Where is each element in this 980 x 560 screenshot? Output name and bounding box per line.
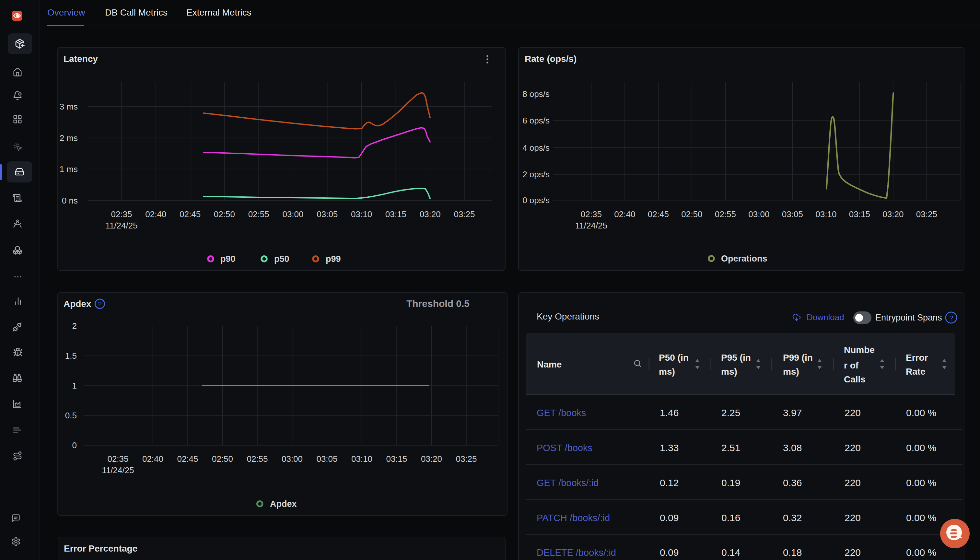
svg-text:02:40: 02:40 (142, 454, 163, 464)
svg-text:2: 2 (72, 321, 77, 331)
svg-text:r of: r of (844, 360, 859, 370)
svg-text:03:15: 03:15 (386, 454, 407, 464)
svg-text:0.18: 0.18 (783, 547, 802, 558)
svg-text:0.14: 0.14 (722, 547, 740, 558)
svg-text:1.33: 1.33 (660, 442, 678, 453)
svg-text:Rate (ops/s): Rate (ops/s) (525, 54, 577, 64)
svg-text:02:35: 02:35 (111, 209, 132, 219)
svg-text:03:20: 03:20 (882, 209, 903, 219)
svg-text:1.46: 1.46 (660, 407, 678, 418)
svg-text:1 ms: 1 ms (60, 164, 78, 174)
svg-text:220: 220 (845, 442, 861, 453)
svg-text:2.25: 2.25 (722, 407, 740, 418)
svg-text:03:25: 03:25 (916, 209, 937, 219)
svg-text:0.00 %: 0.00 % (906, 442, 936, 453)
svg-text:03:05: 03:05 (782, 209, 803, 219)
svg-text:03:10: 03:10 (351, 454, 372, 464)
svg-text:03:20: 03:20 (421, 454, 442, 464)
svg-text:0.09: 0.09 (660, 547, 678, 558)
svg-text:03:05: 03:05 (316, 454, 337, 464)
svg-text:03:15: 03:15 (849, 209, 870, 219)
svg-text:3.97: 3.97 (783, 407, 802, 418)
svg-text:Calls: Calls (844, 374, 866, 384)
svg-text:03:05: 03:05 (317, 209, 338, 219)
svg-text:02:55: 02:55 (715, 209, 736, 219)
svg-text:03:25: 03:25 (456, 454, 477, 464)
svg-text:0 ns: 0 ns (62, 196, 78, 205)
svg-text:GET /books/:id: GET /books/:id (537, 478, 598, 488)
svg-text:220: 220 (845, 512, 861, 523)
svg-text:11/24/25: 11/24/25 (102, 465, 134, 475)
svg-text:Threshold 0.5: Threshold 0.5 (407, 298, 470, 309)
svg-text:?: ? (98, 300, 102, 308)
svg-text:0.19: 0.19 (722, 477, 740, 488)
svg-text:220: 220 (845, 477, 861, 488)
svg-text:2.51: 2.51 (722, 442, 740, 453)
svg-text:02:45: 02:45 (177, 454, 198, 464)
svg-text:03:25: 03:25 (454, 209, 475, 219)
svg-text:Apdex: Apdex (270, 499, 297, 509)
svg-text:02:45: 02:45 (180, 209, 201, 219)
svg-text:03:15: 03:15 (385, 209, 407, 219)
svg-text:0.32: 0.32 (783, 512, 802, 523)
svg-text:0: 0 (72, 440, 77, 450)
svg-text:P99 (in: P99 (in (783, 353, 813, 363)
svg-text:Error: Error (906, 353, 928, 363)
svg-text:03:00: 03:00 (282, 454, 303, 464)
svg-text:02:45: 02:45 (648, 209, 669, 219)
svg-text:02:50: 02:50 (212, 454, 233, 464)
svg-text:Operations: Operations (721, 254, 767, 263)
svg-text:p99: p99 (326, 254, 341, 264)
svg-text:p90: p90 (220, 254, 236, 264)
svg-text:1.5: 1.5 (65, 351, 77, 361)
svg-text:Download: Download (807, 312, 844, 322)
svg-text:0.12: 0.12 (660, 477, 678, 488)
svg-text:11/24/25: 11/24/25 (575, 221, 607, 230)
svg-text:03:00: 03:00 (748, 209, 769, 219)
svg-text:02:50: 02:50 (681, 209, 702, 219)
svg-text:3.08: 3.08 (783, 442, 802, 453)
svg-text:02:35: 02:35 (581, 209, 602, 219)
svg-text:220: 220 (845, 547, 861, 558)
svg-text:03:20: 03:20 (420, 209, 441, 219)
svg-text:Numbe: Numbe (844, 345, 875, 355)
svg-text:02:40: 02:40 (614, 209, 635, 219)
svg-text:0.00 %: 0.00 % (906, 512, 936, 523)
svg-text:03:10: 03:10 (351, 209, 372, 219)
svg-text:Apdex: Apdex (63, 299, 92, 309)
svg-text:Name: Name (537, 359, 562, 370)
svg-text:02:50: 02:50 (214, 209, 235, 219)
svg-text:PATCH /books/:id: PATCH /books/:id (537, 513, 610, 523)
svg-text:02:35: 02:35 (107, 454, 128, 464)
svg-text:0.36: 0.36 (783, 477, 802, 488)
svg-text:03:10: 03:10 (815, 209, 837, 219)
svg-text:ms): ms) (721, 367, 737, 377)
svg-text:11/24/25: 11/24/25 (105, 221, 137, 230)
svg-text:GET /books: GET /books (537, 408, 586, 418)
svg-text:P50 (in: P50 (in (659, 353, 689, 363)
svg-text:220: 220 (845, 407, 861, 418)
svg-text:0.09: 0.09 (660, 512, 678, 523)
svg-text:Rate: Rate (906, 367, 925, 377)
svg-text:02:40: 02:40 (145, 209, 166, 219)
svg-text:02:55: 02:55 (248, 209, 269, 219)
svg-text:0.00 %: 0.00 % (906, 477, 936, 488)
svg-text:Error Percentage: Error Percentage (64, 543, 137, 553)
svg-text:P95 (in: P95 (in (721, 353, 751, 363)
svg-text:02:55: 02:55 (247, 454, 268, 464)
svg-text:0 ops/s: 0 ops/s (522, 195, 550, 205)
svg-text:0.00 %: 0.00 % (906, 407, 936, 418)
svg-text:6 ops/s: 6 ops/s (522, 116, 550, 125)
svg-text:1: 1 (72, 381, 77, 390)
svg-text:0.16: 0.16 (722, 512, 740, 523)
svg-text:0.5: 0.5 (65, 411, 77, 420)
svg-text:DELETE /books/:id: DELETE /books/:id (537, 547, 616, 558)
svg-text:Key Operations: Key Operations (537, 312, 599, 322)
svg-text:Latency: Latency (63, 54, 98, 64)
svg-text:ms): ms) (659, 367, 675, 377)
svg-text:3 ms: 3 ms (60, 102, 78, 112)
svg-text:Entrypoint Spans: Entrypoint Spans (875, 313, 942, 322)
svg-text:0.00 %: 0.00 % (906, 547, 936, 558)
svg-text:03:00: 03:00 (282, 209, 303, 219)
svg-text:2 ops/s: 2 ops/s (522, 170, 550, 179)
